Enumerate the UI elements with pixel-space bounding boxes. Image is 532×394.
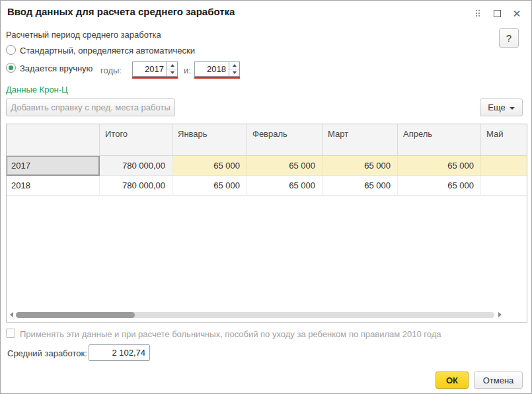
column-header-may: Май: [481, 124, 527, 155]
close-button[interactable]: ✕: [510, 6, 524, 20]
row-2017-january-cell[interactable]: 65 000: [172, 156, 247, 176]
help-button[interactable]: ?: [499, 28, 519, 48]
column-header-january: Январь: [172, 124, 247, 155]
window-title: Ввод данных для расчета среднего заработ…: [7, 6, 235, 17]
window-menu-button[interactable]: [471, 6, 485, 20]
row-2018-february-cell[interactable]: 65 000: [247, 176, 323, 196]
apply-2010-rules-checkbox[interactable]: [6, 329, 15, 338]
maximize-button[interactable]: [490, 6, 504, 20]
row-2018-year-cell[interactable]: 2018: [7, 176, 100, 196]
spin-up-icon: [233, 64, 237, 67]
row-2017-total-cell[interactable]: 780 000,00: [100, 156, 172, 176]
year-from-spin-up-button[interactable]: [167, 62, 177, 69]
add-certificate-button[interactable]: Добавить справку с пред. места работы: [6, 98, 175, 116]
average-earnings-input[interactable]: [89, 344, 150, 361]
table-row: 2018 780 000,00 65 000 65 000 65 000 65 …: [7, 176, 527, 196]
and-label: и:: [184, 65, 191, 75]
radio-manual-label: Задается вручную: [20, 63, 93, 73]
ok-button[interactable]: ОК: [436, 372, 469, 389]
radio-manual[interactable]: [6, 63, 16, 73]
column-header-corner: [7, 124, 100, 155]
column-header-february: Февраль: [247, 124, 323, 155]
year-to-spinner: [229, 61, 240, 77]
year-from-required-mark: [132, 77, 178, 79]
row-2017-may-cell[interactable]: [481, 156, 527, 176]
year-to-input[interactable]: [194, 61, 229, 77]
column-header-march: Март: [323, 124, 398, 155]
year-to-spin-down-button[interactable]: [229, 69, 239, 76]
average-earnings-dialog: Ввод данных для расчета среднего заработ…: [0, 0, 532, 394]
table-row: 2017 780 000,00 65 000 65 000 65 000 65 …: [7, 156, 527, 176]
more-button[interactable]: Еще: [480, 98, 523, 116]
kron-c-data-link[interactable]: Данные Крон-Ц: [6, 85, 68, 95]
scroll-right-arrow[interactable]: [498, 312, 502, 317]
close-icon: ✕: [513, 9, 521, 19]
radio-standard-label: Стандартный, определяется автоматически: [20, 46, 195, 56]
row-2018-total-cell[interactable]: 780 000,00: [100, 176, 172, 196]
column-header-total: Итого: [100, 124, 172, 155]
year-from-spin-down-button[interactable]: [167, 69, 177, 76]
cancel-button[interactable]: Отмена: [474, 372, 523, 389]
row-2017-year-cell[interactable]: 2017: [7, 156, 100, 176]
average-earnings-label: Средний заработок:: [7, 348, 87, 358]
menu-dots-icon: [476, 10, 480, 17]
radio-standard[interactable]: [6, 45, 16, 55]
row-2017-february-cell[interactable]: 65 000: [247, 156, 323, 176]
chevron-down-icon: [510, 107, 515, 110]
row-2018-march-cell[interactable]: 65 000: [323, 176, 398, 196]
spin-down-icon: [171, 71, 174, 74]
column-header-april: Апрель: [398, 124, 481, 155]
horizontal-scrollbar: [7, 309, 527, 321]
period-section-label: Расчетный период среднего заработка: [6, 30, 161, 40]
years-label: годы:: [100, 65, 122, 75]
row-2018-may-cell[interactable]: [481, 176, 527, 196]
row-2017-april-cell[interactable]: 65 000: [398, 156, 481, 176]
year-to-spin-up-button[interactable]: [229, 62, 239, 69]
more-button-label: Еще: [488, 102, 505, 112]
row-2018-april-cell[interactable]: 65 000: [398, 176, 481, 196]
year-from-input[interactable]: [132, 61, 167, 77]
row-2017-march-cell[interactable]: 65 000: [323, 156, 398, 176]
scrollbar-track[interactable]: [16, 312, 494, 318]
apply-2010-rules-label: Применять эти данные и при расчете больн…: [20, 329, 441, 339]
table-header-row: Итого Январь Февраль Март Апрель Май: [7, 124, 527, 156]
scrollbar-thumb[interactable]: [16, 312, 135, 318]
year-to-required-mark: [194, 77, 240, 79]
row-2018-january-cell[interactable]: 65 000: [172, 176, 247, 196]
year-from-spinner: [167, 61, 178, 77]
earnings-table: Итого Январь Февраль Март Апрель Май 201…: [6, 124, 527, 323]
spin-down-icon: [233, 71, 237, 74]
spin-up-icon: [171, 64, 174, 67]
maximize-icon: [494, 10, 501, 17]
scroll-left-arrow[interactable]: [10, 312, 13, 317]
